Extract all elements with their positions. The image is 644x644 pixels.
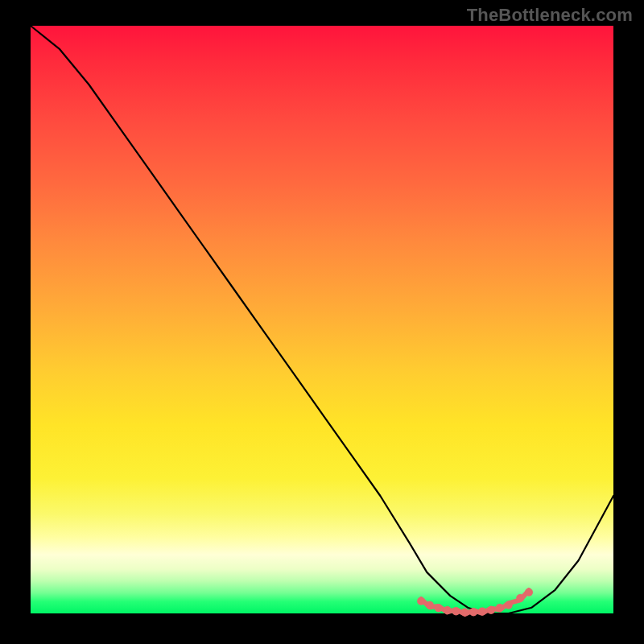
chart-svg (31, 26, 613, 613)
marker-dot (426, 601, 434, 609)
plot-area (31, 26, 613, 613)
marker-dot (460, 609, 469, 617)
watermark-text: TheBottleneck.com (467, 5, 633, 26)
canvas: TheBottleneck.com (0, 0, 644, 644)
marker-dot (487, 606, 495, 614)
bottleneck-curve (31, 26, 613, 613)
marker-dot (516, 594, 524, 602)
marker-dot (478, 607, 486, 615)
marker-dot (417, 597, 425, 605)
marker-dot (505, 601, 513, 609)
marker-dot (469, 609, 477, 617)
marker-dot (444, 606, 452, 614)
marker-dot (496, 604, 504, 612)
marker-dot (452, 607, 460, 615)
marker-dot (525, 588, 533, 597)
marker-dot (435, 604, 443, 612)
